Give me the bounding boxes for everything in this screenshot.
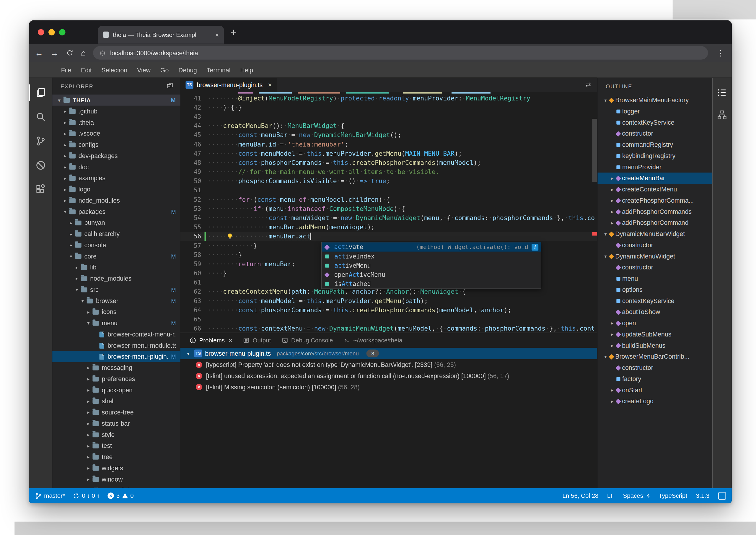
outline-item[interactable]: ▾DynamicMenuBarWidget <box>597 228 712 239</box>
outline-item[interactable]: menu <box>597 273 712 284</box>
git-branch-status[interactable]: master* <box>35 492 65 499</box>
chevron-right-icon[interactable]: ▸ <box>85 365 92 371</box>
outline-item[interactable]: ▾DynamicMenuWidget <box>597 250 712 262</box>
chevron-right-icon[interactable]: ▸ <box>609 187 615 192</box>
chevron-right-icon[interactable]: ▸ <box>85 410 92 415</box>
tree-item-folder[interactable]: ▸widgets <box>52 463 180 474</box>
new-tab-button[interactable]: + <box>230 27 236 37</box>
tree-item-file[interactable]: browser-menu-plugin.tsM <box>52 351 180 362</box>
menu-selection[interactable]: Selection <box>96 66 132 73</box>
chevron-right-icon[interactable]: ▸ <box>68 242 74 248</box>
outline-item[interactable]: aboutToShow <box>597 306 712 318</box>
outline-item[interactable]: ▸createLogo <box>597 396 712 407</box>
collapse-folders-icon[interactable] <box>166 82 174 90</box>
tree-item-folder[interactable]: ▸dev-packages <box>52 150 180 162</box>
chevron-down-icon[interactable]: ▾ <box>62 209 68 214</box>
chevron-right-icon[interactable]: ▸ <box>609 321 615 326</box>
tree-item-folder[interactable]: ▸source-tree <box>52 407 180 418</box>
browser-menu-icon[interactable]: ⋮ <box>715 48 726 57</box>
no-entry-icon[interactable] <box>29 153 52 178</box>
outline-item[interactable]: keybindingRegistry <box>597 150 712 162</box>
tree-item-folder[interactable]: ▸preferences <box>52 373 180 385</box>
zoom-window-button[interactable] <box>59 29 65 35</box>
code-line[interactable]: 66········const·contextMenu·=·new·Dynami… <box>180 324 597 333</box>
tree-item-folder[interactable]: ▸status-bar <box>52 418 180 429</box>
outline-item[interactable]: ▸addPhosphorCommand <box>597 217 712 228</box>
close-window-button[interactable] <box>38 29 44 35</box>
outline-item[interactable]: constructor <box>597 262 712 273</box>
code-line[interactable]: 41········@inject(MenuModelRegistry)·pro… <box>180 94 597 103</box>
chevron-down-icon[interactable]: ▾ <box>603 253 608 259</box>
outline-item[interactable]: factory <box>597 373 712 385</box>
chevron-right-icon[interactable]: ▸ <box>62 142 68 147</box>
outline-item[interactable]: ▸open <box>597 318 712 329</box>
tree-item-folder[interactable]: ▸style <box>52 429 180 440</box>
outline-item[interactable]: ▸createContextMenu <box>597 184 712 195</box>
outline-item[interactable]: ▸createPhosphorComma... <box>597 195 712 206</box>
outline-item[interactable]: constructor <box>597 239 712 251</box>
chevron-right-icon[interactable]: ▸ <box>68 231 74 237</box>
tree-item-folder[interactable]: ▸logo <box>52 184 180 195</box>
address-bar[interactable]: localhost:3000/workspace/theia <box>93 46 708 60</box>
scrollbar-thumb[interactable] <box>592 119 597 182</box>
code-editor[interactable]: 41········@inject(MenuModelRegistry)·pro… <box>180 92 597 333</box>
tree-item-folder[interactable]: ▸icons <box>52 306 180 318</box>
extensions-icon[interactable] <box>29 178 52 202</box>
chevron-right-icon[interactable]: ▸ <box>62 187 68 192</box>
outline-item[interactable]: constructor <box>597 128 712 139</box>
chevron-down-icon[interactable]: ▾ <box>603 354 608 359</box>
tree-item-folder[interactable]: ▾srcM <box>52 284 180 296</box>
files-icon[interactable] <box>29 80 52 104</box>
outline-item[interactable]: ▸addPhosphorCommands <box>597 206 712 217</box>
problems-status[interactable]: × 3 0 <box>107 492 133 499</box>
suggest-item[interactable]: openActiveMenu <box>322 270 541 279</box>
chevron-right-icon[interactable]: ▸ <box>609 399 615 404</box>
chevron-right-icon[interactable]: ▸ <box>85 399 92 404</box>
info-icon[interactable]: i <box>531 244 538 250</box>
code-line[interactable]: 64········const·phosphorCommands·=·this.… <box>180 305 597 315</box>
outline-item[interactable]: options <box>597 284 712 296</box>
tree-item-folder[interactable]: ▸node_modules <box>52 273 180 284</box>
tree-item-folder[interactable]: ▾THEIAM <box>52 95 180 106</box>
tree-item-folder[interactable]: ▾browserM <box>52 295 180 306</box>
outline-item[interactable]: menuProvider <box>597 161 712 173</box>
chevron-down-icon[interactable]: ▾ <box>603 231 608 237</box>
code-line[interactable]: 49········//·for·the·main·menu·we·want·a… <box>180 167 597 176</box>
chevron-right-icon[interactable]: ▸ <box>609 209 615 214</box>
editor-scrollbar[interactable] <box>592 92 597 333</box>
tree-item-folder[interactable]: ▸window <box>52 473 180 485</box>
chevron-down-icon[interactable]: ▾ <box>73 287 80 292</box>
code-line[interactable]: 50········phosphorCommands.isVisible·=·(… <box>180 176 597 185</box>
outline-item[interactable]: ▾BrowserMenuBarContrib... <box>597 351 712 362</box>
chevron-right-icon[interactable]: ▸ <box>62 120 68 125</box>
chevron-down-icon[interactable]: ▾ <box>79 298 86 303</box>
chevron-right-icon[interactable]: ▸ <box>609 343 615 348</box>
close-icon[interactable]: × <box>268 81 272 89</box>
code-line[interactable]: 63········const·menuModel·=·this.menuPro… <box>180 296 597 305</box>
menu-view[interactable]: View <box>132 66 156 73</box>
menu-edit[interactable]: Edit <box>76 66 97 73</box>
problems-file-row[interactable]: ▾ TS browser-menu-plugin.ts packages/cor… <box>180 348 597 359</box>
chevron-right-icon[interactable]: ▸ <box>85 421 92 426</box>
minimize-window-button[interactable] <box>48 29 55 35</box>
suggest-item[interactable]: activate(method) Widget.activate(): void… <box>322 242 541 252</box>
chevron-right-icon[interactable]: ▸ <box>609 331 615 337</box>
tree-item-folder[interactable]: ▸configs <box>52 139 180 150</box>
panel-tab-terminal[interactable]: ~/workspace/theia <box>338 333 408 348</box>
tree-item-folder[interactable]: ▸quick-open <box>52 384 180 396</box>
chevron-right-icon[interactable]: ▸ <box>609 198 615 203</box>
code-line[interactable]: 43 <box>180 112 597 121</box>
code-line[interactable]: 52········for·(const·menu·of·menuModel.c… <box>180 195 597 204</box>
chevron-right-icon[interactable]: ▸ <box>73 265 80 270</box>
outline-item[interactable]: ▸createMenuBar <box>597 173 712 184</box>
outline-item[interactable]: constructor <box>597 362 712 373</box>
tree-item-folder[interactable]: ▸lib <box>52 262 180 273</box>
suggest-item[interactable]: activeIndex <box>322 252 541 261</box>
code-line[interactable]: 48········const·phosphorCommands·=·this.… <box>180 158 597 167</box>
language-mode[interactable]: TypeScript <box>659 492 687 499</box>
git-sync-status[interactable]: 0 ↓ 0 ↑ <box>73 492 100 499</box>
chevron-right-icon[interactable]: ▸ <box>85 454 92 460</box>
reload-icon[interactable] <box>66 49 73 57</box>
tree-item-folder[interactable]: ▸doc <box>52 161 180 173</box>
chevron-right-icon[interactable]: ▸ <box>62 198 68 203</box>
